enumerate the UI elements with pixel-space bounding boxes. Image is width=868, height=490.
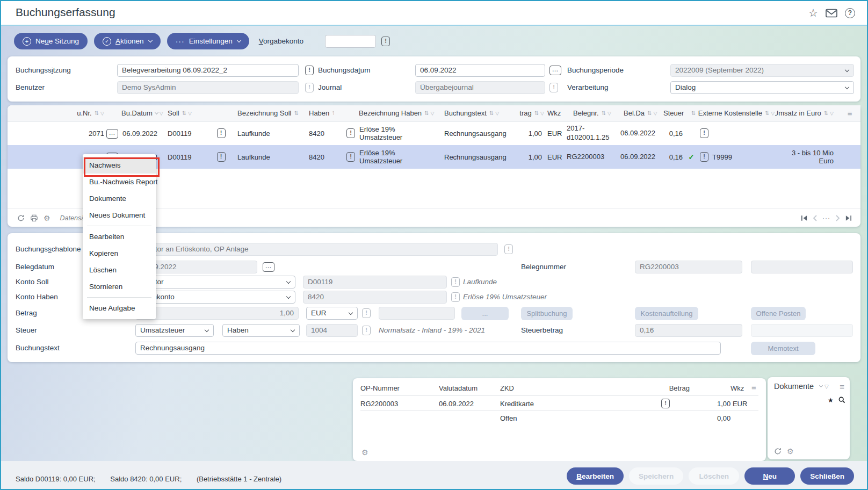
menu-item-neues-dokument[interactable]: Neues Dokument [83, 207, 156, 224]
vorgabekonto-input[interactable] [325, 35, 376, 48]
op-col-zkd[interactable]: ZKD [500, 383, 514, 394]
col-bel-datum[interactable]: Bel.Da⇅▽ [620, 105, 660, 121]
refresh-icon[interactable] [17, 214, 25, 222]
documents-panel: Dokumente ▽ ≡ ★ ⚙ [768, 377, 850, 459]
op-col-wkz[interactable]: Wkz [730, 383, 744, 394]
menu-item-nachweis-report[interactable]: Bu.-Nachweis Report [83, 174, 156, 190]
mail-icon[interactable] [826, 9, 837, 18]
menu-item-loeschen[interactable]: Löschen [83, 262, 156, 278]
steuer-type-select[interactable]: Umsatzsteuer [135, 324, 214, 337]
first-page-icon[interactable] [801, 215, 808, 221]
op-panel: OP-Nummer Valutadatum ZKD Betrag Wkz ≡ R… [353, 378, 766, 461]
steuer-side-select[interactable]: Haben [222, 324, 300, 337]
star-icon[interactable]: ★ [828, 397, 834, 404]
menu-icon[interactable]: ≡ [840, 382, 844, 391]
edit-button[interactable]: Bearbeiten [567, 467, 624, 485]
col-soll[interactable]: Soll⇅▽ [163, 105, 209, 121]
menu-item-dokumente[interactable]: Dokumente [83, 190, 156, 207]
col-steuer[interactable]: Steuer⇅ [660, 105, 698, 121]
check-circle-icon: ✓ [103, 37, 111, 46]
col-bez-soll[interactable]: Bezeichnung Soll⇅▽ [233, 105, 300, 121]
konto-soll-type-select[interactable]: Debitor [135, 276, 295, 289]
vorgabekonto-info-icon[interactable]: ! [381, 37, 390, 46]
splitbuchung-button[interactable]: Splitbuchung [521, 307, 573, 320]
close-button[interactable]: Schließen [800, 467, 854, 485]
cell-haben: 8420 [300, 145, 334, 169]
info-icon[interactable]: ! [700, 128, 708, 138]
pagination: ··· [801, 209, 852, 227]
col-bu-nr[interactable]: Bu.Nr.⇅▽ [77, 105, 104, 121]
settings-button[interactable]: ··· Einstellungen [167, 33, 249, 49]
info-icon[interactable]: ! [661, 399, 670, 408]
col-haben[interactable]: Haben⇅▽ [300, 105, 334, 121]
table-row[interactable]: 2071 … 06.09.2022 D00119 ! Laufkunde 842… [8, 121, 860, 145]
col-buchungstext[interactable]: Buchungstext⇅▽ [440, 105, 519, 121]
filter-icon: ▽ [540, 111, 544, 116]
menu-item-stornieren[interactable]: Stornieren [83, 278, 156, 295]
col-bu-datum[interactable]: Bu.Datum▽ [120, 105, 163, 121]
row-dots-button[interactable]: … [106, 129, 118, 139]
grid-menu-button[interactable]: ≡ [839, 105, 860, 121]
buchungstext-input[interactable]: Rechnungsausgang [135, 342, 721, 355]
pages-icon[interactable]: ··· [822, 214, 830, 222]
col-umsatz[interactable]: Umsatz in Euro⇅▽ [775, 105, 839, 121]
cell-bez-haben: !Erlöse 19% Umsatzsteuer [334, 145, 440, 169]
buchungsdatum-picker-button[interactable]: … [549, 66, 561, 75]
offene-posten-button[interactable]: Offene Posten [751, 307, 806, 320]
info-icon[interactable]: ! [346, 152, 355, 162]
buchungssitzung-info-icon[interactable]: ! [305, 66, 314, 75]
new-session-button[interactable]: + Neue Sitzung [14, 33, 88, 49]
konto-soll-input: D00119 [303, 276, 447, 289]
menu-icon[interactable]: ≡ [751, 383, 756, 392]
refresh-icon[interactable] [774, 448, 782, 455]
info-icon[interactable]: ! [700, 152, 708, 162]
konto-haben-type-select[interactable]: Sachkonto [135, 291, 295, 304]
col-ext-kostenstelle[interactable]: Externe Kostenstelle⇅▽ [698, 105, 775, 121]
favorite-icon[interactable]: ☆ [808, 7, 818, 19]
menu-item-kopieren[interactable]: Kopieren [83, 245, 156, 262]
col-belegnr[interactable]: Belegnr.⇅▽ [567, 105, 620, 121]
steuer-code-input: 1004 [306, 324, 358, 337]
actions-button[interactable]: ✓ Aktionen [94, 33, 161, 49]
op-col-betrag[interactable]: Betrag [647, 383, 690, 394]
toolbar: + Neue Sitzung ✓ Aktionen ··· Einstellun… [14, 33, 390, 49]
prev-page-icon[interactable] [813, 215, 818, 221]
last-page-icon[interactable] [845, 215, 852, 221]
belegdatum-picker-button[interactable]: … [263, 262, 274, 272]
menu-item-bearbeiten[interactable]: Bearbeiten [83, 228, 156, 245]
chevron-down-icon[interactable] [819, 384, 823, 387]
col-betrag[interactable]: Betrag⇅▽ [519, 105, 546, 121]
gear-icon[interactable]: ⚙ [361, 448, 368, 457]
info-icon[interactable]: ! [217, 128, 226, 138]
menu-item-neue-aufgabe[interactable]: Neue Aufgabe [83, 300, 156, 316]
menu-item-nachweis[interactable]: Nachweis [83, 157, 156, 174]
buchungssitzung-input[interactable]: Belegverarbeitung 06.09.2022_2 [117, 64, 299, 77]
kostenaufteilung-button[interactable]: Kostenaufteilung [635, 307, 698, 320]
verarbeitung-select[interactable]: Dialog [670, 81, 854, 94]
memotext-button[interactable]: Memotext [751, 342, 815, 355]
more-options-button[interactable]: ... [461, 307, 509, 320]
print-icon[interactable] [30, 214, 38, 222]
sort-icon: ⇅ [489, 110, 494, 116]
gear-icon[interactable]: ⚙ [787, 447, 794, 456]
new-button[interactable]: Neu [744, 467, 795, 485]
cell-haben: 8420 [300, 121, 334, 145]
chevron-down-icon [286, 279, 291, 284]
gear-icon[interactable]: ⚙ [44, 214, 50, 222]
op-col-valutadatum[interactable]: Valutadatum [439, 383, 478, 394]
benutzer-label: Benutzer [16, 81, 45, 94]
next-page-icon[interactable] [835, 215, 840, 221]
help-icon[interactable]: ? [845, 8, 855, 18]
op-col-opnummer[interactable]: OP-Nummer [360, 383, 400, 394]
buchungsdatum-input[interactable]: 06.09.2022 [415, 64, 545, 77]
betrag-extra-input [379, 307, 455, 320]
col-wkz[interactable]: Wkz [546, 105, 567, 121]
info-icon[interactable]: ! [346, 128, 355, 138]
filter-icon[interactable]: ▽ [824, 384, 829, 390]
sort-icon: ⇅ [602, 110, 606, 116]
search-icon[interactable] [838, 397, 845, 403]
buchungsperiode-select[interactable]: 2022009 (September 2022) [670, 64, 854, 77]
col-bez-haben[interactable]: Bezeichnung Haben⇅▽ [334, 105, 440, 121]
currency-select[interactable]: EUR [306, 307, 358, 320]
info-icon[interactable]: ! [217, 152, 226, 162]
